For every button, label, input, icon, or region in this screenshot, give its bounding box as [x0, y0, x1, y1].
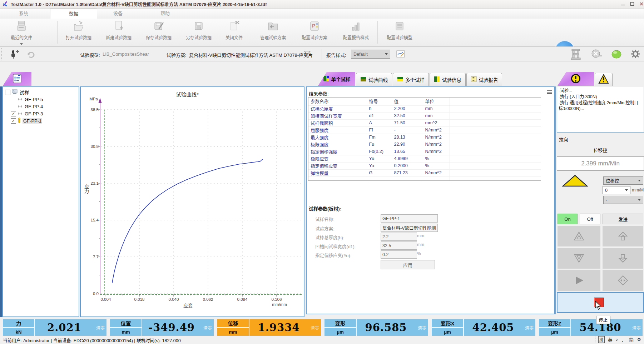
- send-button[interactable]: 发送: [603, 214, 643, 224]
- report-style-select[interactable]: Default: [351, 50, 390, 59]
- field-unit: mm: [417, 233, 424, 238]
- menu-data[interactable]: 数据: [50, 9, 97, 19]
- apply-button[interactable]: 应用: [381, 260, 435, 269]
- close-icon[interactable]: [637, 1, 644, 7]
- target-value-select[interactable]: 0: [603, 186, 630, 194]
- checkbox-unchecked[interactable]: [5, 90, 10, 95]
- tab-test-report[interactable]: 试验报告: [466, 73, 502, 86]
- tab-single-specimen[interactable]: 单个试样: [318, 72, 355, 86]
- menu-help[interactable]: 帮助: [149, 9, 182, 19]
- tree-item-gf-pp-5[interactable]: GF-PP-5: [11, 96, 44, 103]
- signature-pad-icon[interactable]: [396, 50, 405, 59]
- chart-panel: 试验曲线* MPa 38.5 30.8 23.1 15.4 7.7 0.0 -0…: [80, 86, 304, 317]
- close-file-button[interactable]: 关闭文件: [220, 20, 248, 45]
- table-row[interactable]: 试棒总厚度h2.200mm: [308, 105, 541, 112]
- tab-test-curve[interactable]: 试验曲线: [356, 73, 392, 86]
- stress-strain-chart: 试验曲线* MPa 38.5 30.8 23.1 15.4 7.7 0.0 -0…: [81, 87, 304, 316]
- tab-icon-test-info: [434, 76, 440, 83]
- hamburger-menu-icon[interactable]: [547, 90, 552, 95]
- tab-warnings[interactable]: [595, 73, 613, 86]
- maximize-icon[interactable]: [628, 1, 637, 7]
- svg-text:0.0: 0.0: [93, 291, 99, 296]
- ime-lang-icon[interactable]: 英: [608, 336, 613, 343]
- ime-simplified-icon[interactable]: 简: [629, 336, 634, 343]
- table-row-empty: [308, 176, 541, 181]
- tree-item-gf-pp-1[interactable]: ✓ GF-PP-1: [11, 117, 42, 124]
- ime-punct-icon[interactable]: ，: [621, 336, 626, 343]
- specimen-name-field[interactable]: [381, 214, 438, 223]
- report-style-button[interactable]: 配置报告样式: [337, 20, 375, 45]
- table-row[interactable]: 指定偏移强度Fo(0.2)13.65N/mm^2: [308, 148, 541, 155]
- status-ball-icon[interactable]: [611, 50, 623, 60]
- test-scheme-field[interactable]: [381, 224, 438, 232]
- width-field[interactable]: [381, 241, 417, 250]
- clear-button[interactable]: 清零: [418, 325, 426, 331]
- connect-sensor-icon[interactable]: [9, 49, 19, 60]
- specimen-params-title: 试样参数(板材):: [309, 205, 341, 212]
- tree-item-gf-pp-3[interactable]: ✓ GF-PP-3: [11, 110, 44, 117]
- tab-test-info[interactable]: 试验信息: [430, 73, 466, 86]
- configure-model-button[interactable]: 配置试验模型: [380, 20, 419, 45]
- checkbox-unchecked[interactable]: [11, 97, 16, 102]
- ime-sound-icon[interactable]: ♪: [616, 337, 618, 342]
- ime-pinyin-icon[interactable]: 拼: [598, 336, 605, 343]
- table-row[interactable]: 极限应变Yu4.9999%: [308, 155, 541, 162]
- tab-multi-specimen[interactable]: 多个试样: [393, 73, 429, 86]
- tab-messages[interactable]: [558, 72, 594, 86]
- tab-specimen-list[interactable]: [3, 72, 31, 86]
- save-data-button[interactable]: 保存试验数据: [140, 20, 177, 45]
- status-text: 当前用户: Administrator | 当前设备: EDCi20 (0000…: [3, 337, 181, 344]
- new-data-button[interactable]: 新建试验数据: [100, 20, 137, 45]
- table-row[interactable]: 试样截面积A71.50mm^2: [308, 119, 541, 126]
- step-up-button[interactable]: [603, 226, 643, 246]
- chevron-down-icon: [20, 41, 23, 46]
- on-button[interactable]: On: [558, 214, 578, 224]
- machine-icon: [12, 89, 18, 95]
- table-row[interactable]: 极限强度Fu22.90N/mm^2: [308, 141, 541, 148]
- measure-deform: 变形μm 96.585 清零: [325, 319, 428, 336]
- control-mode-select[interactable]: 位移控: [603, 176, 643, 185]
- return-button[interactable]: [603, 270, 643, 291]
- menu-system[interactable]: 系统: [7, 9, 40, 19]
- thickness-field[interactable]: [381, 233, 417, 241]
- clear-button[interactable]: 清零: [525, 325, 534, 331]
- filter-funnel-icon[interactable]: [304, 50, 311, 58]
- fast-down-button[interactable]: [558, 248, 600, 269]
- svg-text:0.040: 0.040: [169, 297, 179, 301]
- table-row[interactable]: 屈服强度Ff-N/mm^2: [308, 126, 541, 134]
- disconnect-ball-icon[interactable]: [590, 49, 603, 61]
- clear-button[interactable]: 清零: [632, 325, 641, 331]
- menu-device[interactable]: 设备: [101, 9, 134, 19]
- save-as-data-button[interactable]: 另存试验数据: [180, 20, 217, 45]
- offset-strain-field[interactable]: [381, 250, 417, 259]
- refresh-icon[interactable]: [26, 49, 36, 60]
- clear-button[interactable]: 清零: [96, 325, 105, 331]
- checkbox-unchecked[interactable]: [11, 104, 16, 109]
- configure-scheme-button[interactable]: P 配置试验方案: [295, 20, 334, 45]
- minimize-icon[interactable]: [618, 1, 628, 7]
- open-data-button[interactable]: 打开试验数据: [60, 20, 97, 45]
- gear-icon[interactable]: [630, 49, 640, 60]
- run-button[interactable]: [558, 270, 600, 291]
- recent-files-button[interactable]: 最近的文件: [4, 20, 39, 45]
- step-down-button[interactable]: [603, 248, 643, 269]
- checkbox-checked[interactable]: ✓: [11, 118, 16, 124]
- tree-item-gf-pp-4[interactable]: GF-PP-4: [11, 103, 44, 110]
- table-row[interactable]: 最大强度Fm28.13N/mm^2: [308, 134, 541, 141]
- table-row[interactable]: 凹槽间试样宽度d132.50mm: [308, 112, 541, 119]
- checkbox-checked[interactable]: ✓: [11, 111, 16, 116]
- table-row[interactable]: 弹性模量G871.23N/mm^2: [308, 169, 541, 176]
- tree-root-row[interactable]: 试样: [5, 89, 30, 96]
- table-row[interactable]: 指定偏移应变Yo0.2000%: [308, 162, 541, 169]
- testing-machine-icon[interactable]: [570, 49, 582, 61]
- clear-button[interactable]: 清零: [311, 325, 319, 331]
- configure-model-icon: [393, 20, 406, 33]
- off-button[interactable]: Off: [580, 214, 600, 224]
- svg-text:15.4: 15.4: [91, 218, 99, 222]
- ime-settings-icon[interactable]: ⚙: [637, 337, 641, 342]
- aux-select[interactable]: -: [603, 196, 643, 204]
- grip-handle[interactable]: [1, 48, 3, 60]
- fast-up-button[interactable]: [558, 226, 600, 246]
- clear-button[interactable]: 清零: [203, 325, 212, 331]
- manage-scheme-button[interactable]: 管理试验方案: [254, 20, 292, 45]
